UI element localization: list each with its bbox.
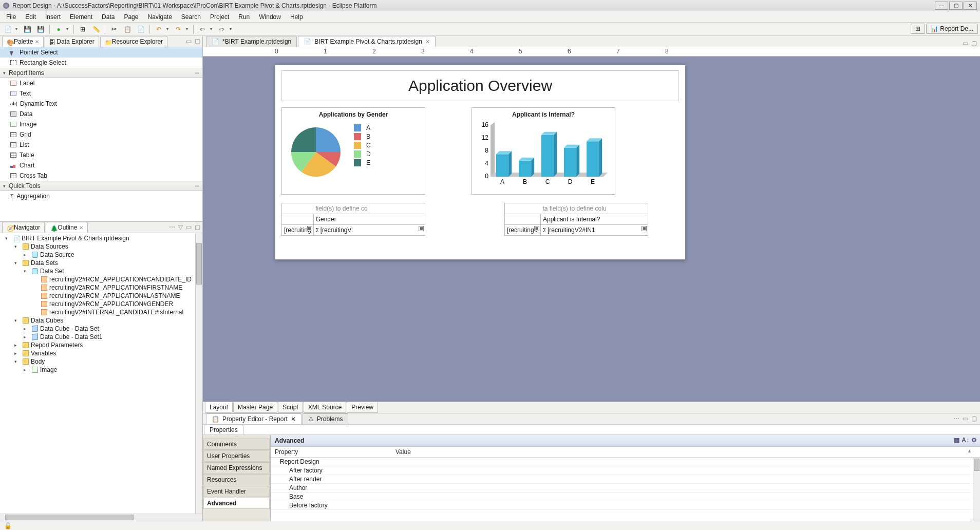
editor-tab-xml-source[interactable]: XML Source <box>304 402 347 413</box>
editor-tab-layout[interactable]: Layout <box>205 402 233 413</box>
fx-icon[interactable]: ▦ <box>642 226 647 231</box>
collapse-icon[interactable]: ▽ <box>178 223 183 231</box>
palette-list[interactable]: List <box>0 140 202 150</box>
design-canvas[interactable]: Application Overview Applications by Gen… <box>203 56 980 402</box>
palette-data[interactable]: Data <box>0 109 202 119</box>
twisty-icon[interactable]: ▾ <box>24 269 30 274</box>
pin-icon[interactable]: ◦◦ <box>195 182 199 190</box>
tree-row[interactable]: ▾Body <box>0 357 202 366</box>
twisty-icon[interactable]: ▸ <box>24 367 30 372</box>
tree-row[interactable]: ▾Data Sets <box>0 259 202 267</box>
tree-row[interactable]: ▾Data Sources <box>0 242 202 251</box>
run-dropdown-icon[interactable]: ▾ <box>66 27 70 31</box>
minimize-button[interactable]: — <box>935 2 948 10</box>
report-items-header[interactable]: ▾Report Items◦◦ <box>0 68 202 78</box>
menu-file[interactable]: File <box>2 12 20 22</box>
twisty-icon[interactable]: ▾ <box>14 318 21 323</box>
tree-row[interactable]: recruitingV2#RCM_APPLICATION#CANDIDATE_I… <box>0 275 202 283</box>
twisty-icon[interactable]: ▾ <box>14 260 21 266</box>
tree-root[interactable]: ▾📄BIRT Example Pivot & Charts.rptdesign <box>0 234 202 242</box>
tab-palette[interactable]: 🎨Palette✕ <box>2 36 44 47</box>
editor-tab-preview[interactable]: Preview <box>347 402 378 413</box>
new-dropdown-icon[interactable]: ▾ <box>15 27 20 31</box>
new-button[interactable]: 📄 <box>2 24 13 34</box>
report-title-block[interactable]: Application Overview <box>281 70 679 101</box>
category-named-expressions[interactable]: Named Expressions <box>203 462 270 474</box>
menu-help[interactable]: Help <box>286 12 307 22</box>
view-menu-icon[interactable]: ⋯ <box>953 415 959 422</box>
save-button[interactable]: 💾 <box>22 24 33 34</box>
tab-navigator[interactable]: 🧭Navigator <box>2 222 45 233</box>
palette-table[interactable]: Table <box>0 150 202 160</box>
editor-tab-script[interactable]: Script <box>278 402 303 413</box>
twisty-icon[interactable]: ▸ <box>24 326 30 331</box>
sort-az-icon[interactable]: A↓ <box>962 437 969 444</box>
tree-row[interactable]: ▸Data Cube - Data Set1 <box>0 333 202 341</box>
scroll-up-icon[interactable]: ▲ <box>967 448 972 453</box>
property-rows[interactable]: Report DesignAfter factoryAfter renderAu… <box>271 458 980 521</box>
category-event-handler[interactable]: Event Handler <box>203 486 270 497</box>
undo-button[interactable]: ↶ <box>153 24 164 34</box>
palette-aggregation[interactable]: ΣAggregation <box>0 191 202 201</box>
toggle-breadcrumb-button[interactable]: ⊞ <box>77 24 88 34</box>
report-page[interactable]: Application Overview Applications by Gen… <box>275 65 686 260</box>
menu-window[interactable]: Window <box>255 12 285 22</box>
palette-crosstab[interactable]: Cross Tab <box>0 171 202 181</box>
quick-tools-header[interactable]: ▾Quick Tools◦◦ <box>0 181 202 191</box>
minimize-view-icon[interactable]: ▭ <box>186 37 192 45</box>
horizontal-scrollbar[interactable] <box>0 514 202 521</box>
palette-text[interactable]: Text <box>0 88 202 99</box>
menu-project[interactable]: Project <box>206 12 233 22</box>
tab-data-explorer[interactable]: 🗄Data Explorer <box>45 36 99 47</box>
close-button[interactable]: ✕ <box>964 2 977 10</box>
tree-row[interactable]: ▸Data Cube - Data Set <box>0 325 202 333</box>
hide-default-icon[interactable]: ⚙ <box>971 437 977 444</box>
palette-dynamic-text[interactable]: ab|Dynamic Text <box>0 99 202 109</box>
back-button[interactable]: ⇦ <box>197 24 208 34</box>
menu-search[interactable]: Search <box>177 12 205 22</box>
subtab-properties[interactable]: Properties <box>204 425 243 434</box>
close-icon[interactable]: ✕ <box>79 225 83 231</box>
scrollbar-thumb[interactable] <box>974 459 979 471</box>
twisty-icon[interactable]: ▸ <box>24 252 30 257</box>
tab-outline[interactable]: 🌲Outline✕ <box>46 222 88 233</box>
palette-chart[interactable]: Chart <box>0 160 202 171</box>
editor-tab-2[interactable]: 📄BIRT Example Pivot & Charts.rptdesign✕ <box>298 36 436 47</box>
tree-row[interactable]: ▾Data Set <box>0 267 202 275</box>
tree-row[interactable]: recruitingV2#RCM_APPLICATION#GENDER <box>0 300 202 308</box>
category-comments[interactable]: Comments <box>203 439 270 450</box>
perspective-report-design[interactable]: 📊 Report De... <box>926 24 978 34</box>
close-icon[interactable]: ✕ <box>35 39 39 45</box>
tree-row[interactable]: recruitingV2#RCM_APPLICATION#LASTNAME <box>0 292 202 300</box>
twisty-icon[interactable]: ▸ <box>14 351 21 356</box>
tree-row[interactable]: recruitingV2#INTERNAL_CANDIDATE#IsIntern… <box>0 308 202 316</box>
tree-row[interactable]: ▸Report Parameters <box>0 341 202 349</box>
pie-chart[interactable]: Applications by Gender ABCDE <box>281 107 425 195</box>
minimize-view-icon[interactable]: ▭ <box>186 223 192 231</box>
menu-data[interactable]: Data <box>98 12 119 22</box>
forward-dropdown-icon[interactable]: ▾ <box>230 27 234 31</box>
vertical-scrollbar[interactable] <box>973 458 980 521</box>
fx-icon[interactable]: ▦ <box>307 226 312 231</box>
redo-button[interactable]: ↷ <box>173 24 184 34</box>
scrollbar-thumb[interactable] <box>5 515 134 520</box>
category-resources[interactable]: Resources <box>203 474 270 485</box>
rectangle-select[interactable]: Rectangle Select <box>0 58 202 68</box>
property-row[interactable]: Report Design <box>271 458 980 466</box>
menu-page[interactable]: Page <box>120 12 142 22</box>
close-icon[interactable]: ✕ <box>425 39 430 45</box>
bar-chart[interactable]: Applicant is Internal? 0481216ABCDE <box>472 107 615 195</box>
tree-row[interactable]: recruitingV2#RCM_APPLICATION#FIRSTNAME <box>0 283 202 292</box>
paste-button[interactable]: 📄 <box>135 24 146 34</box>
maximize-view-icon[interactable]: ▢ <box>195 37 200 45</box>
show-local-toggle-icon[interactable]: ▦ <box>954 437 959 444</box>
cut-button[interactable]: ✂ <box>108 24 120 34</box>
twisty-icon[interactable]: ▾ <box>14 359 21 364</box>
category-user-properties[interactable]: User Properties <box>203 450 270 462</box>
maximize-button[interactable]: ▢ <box>949 2 963 10</box>
editor-tab-1[interactable]: 📄*BIRT Example.rptdesign <box>206 36 297 47</box>
menu-navigate[interactable]: Navigate <box>143 12 176 22</box>
tab-problems[interactable]: ⚠Problems <box>303 413 349 424</box>
crosstab-2[interactable]: ta field(s) to define colu Applicant is … <box>504 203 648 236</box>
run-button[interactable]: ● <box>53 24 64 34</box>
